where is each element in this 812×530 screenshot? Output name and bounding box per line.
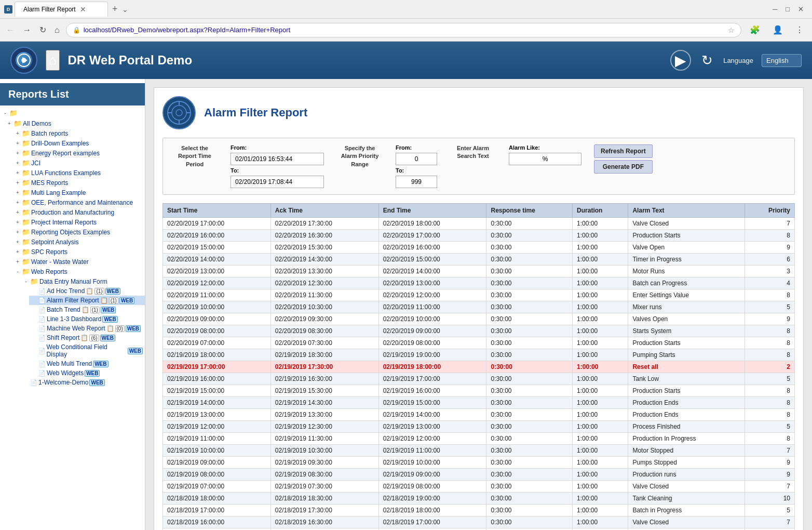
file-icon: 📄 [38,370,46,377]
app-home-button[interactable]: ⌂ [46,50,60,71]
sidebar-item-all-demos[interactable]: + 📁 All Demos [4,118,145,128]
browser-restore-icon[interactable]: □ [781,5,794,13]
table-row: 02/20/2019 09:00:0002/20/2019 09:30:0002… [163,313,795,325]
expand-icon: + [15,140,21,146]
pdf-icon: 📋 [100,297,108,304]
sidebar-item-web-conditional[interactable]: 📄 Web Conditional Field Display WEB [29,342,145,359]
sidebar-item-jci[interactable]: + 📁 JCI [12,158,145,168]
from-date-input[interactable] [231,153,324,165]
sidebar-item-web-widgets[interactable]: 📄 Web Widgets WEB [29,368,145,378]
table-row: 02/19/2019 11:00:0002/19/2019 11:30:0002… [163,433,795,445]
sidebar-item-machine-web[interactable]: 📄 Machine Web Report 📋 (0) WEB [29,324,145,333]
sidebar-item-drill[interactable]: + 📁 Drill-Down Examples [12,138,145,148]
language-select[interactable]: English [762,54,802,67]
sidebar-item-root[interactable]: - 📁 [0,108,145,118]
browser-tab-favicon: D [4,5,12,14]
address-bar-star-icon[interactable]: ☆ [728,26,735,34]
sidebar-item-label: SPC Reports [31,248,67,256]
address-bar[interactable]: 🔒 localhost/DRweb_Demo/webreport.aspx?Re… [66,23,741,37]
data-cell: 02/18/2019 15:00:00 [163,528,271,531]
sidebar-item-oee[interactable]: + 📁 OEE, Performance and Maintenance [12,197,145,207]
sidebar-item-water[interactable]: + 📁 Water - Waste Water [12,257,145,267]
alarm-search-group: Alarm Like: [509,144,581,165]
priority-to-input[interactable] [396,176,437,188]
data-cell: 02/19/2019 15:00:00 [378,397,486,409]
data-cell: 02/20/2019 15:00:00 [163,242,271,254]
sidebar-item-welcome[interactable]: 📄 1-Welcome-Demo WEB [21,378,145,387]
alarm-text-cell: Valve Closed [628,481,745,493]
priority-from-input[interactable] [396,153,437,165]
table-row: 02/20/2019 12:00:0002/20/2019 12:30:0002… [163,277,795,289]
table-row: 02/20/2019 14:00:0002/20/2019 14:30:0002… [163,254,795,266]
sidebar-item-batch[interactable]: + 📁 Batch reports [12,128,145,138]
refresh-report-button[interactable]: Refresh Report [594,144,653,158]
sidebar-item-multilang[interactable]: + 📁 Multi Lang Example [12,188,145,197]
sidebar-item-adhoc[interactable]: 📄 Ad Hoc Trend 📋 (1) WEB [29,286,145,296]
browser-tab[interactable]: Alarm Filter Report ✕ [15,2,108,17]
sidebar-item-spc[interactable]: + 📁 SPC Reports [12,247,145,257]
file-icon: 📄 [38,348,46,354]
generate-pdf-button[interactable]: Generate PDF [594,160,653,174]
sidebar-item-batch-trend[interactable]: 📄 Batch Trend 📋 (1) WEB [29,305,145,314]
data-cell: 02/20/2019 07:00:00 [163,337,271,349]
sidebar-item-data-entry[interactable]: - 📁 Data Entry Manual Form [21,276,145,286]
web-badge: WEB [101,307,116,313]
browser-tab-menu-icon[interactable]: ⌄ [122,5,128,14]
sidebar-item-shift-report[interactable]: 📄 Shift Report 📋 (6) WEB [29,333,145,342]
sidebar-item-energy[interactable]: + 📁 Energy Report examples [12,148,145,158]
sidebar-item-lua[interactable]: + 📁 LUA Functions Examples [12,168,145,178]
table-row: 02/20/2019 16:00:0002/20/2019 16:30:0002… [163,230,795,242]
priority-cell: 8 [745,325,795,337]
sidebar-item-web-multi-trend[interactable]: 📄 Web Multi Trend WEB [29,359,145,368]
file-icon: 📄 [38,316,46,323]
alarm-text-cell: Batch can Progress [628,277,745,289]
browser-close-icon[interactable]: ✕ [794,5,808,13]
expand-icon: + [15,239,21,245]
alarm-text-cell: Timer in Progress [628,254,745,266]
expand-icon: - [23,279,29,284]
data-cell: 0:30:00 [486,469,573,481]
alarm-text-cell: Production Starts [628,230,745,242]
browser-minimize-icon[interactable]: ─ [768,5,781,13]
sidebar-item-alarm-filter[interactable]: 📄 Alarm Filter Report 📋 (1) WEB [29,296,145,305]
data-cell: 02/19/2019 10:00:00 [163,445,271,457]
folder-icon: 📁 [22,129,30,137]
col-ack-time: Ack Time [270,204,378,218]
browser-settings-icon[interactable]: ⋮ [791,23,808,37]
data-cell: 02/19/2019 15:00:00 [163,385,271,397]
sidebar-item-line-dashboard[interactable]: 📄 Line 1-3 Dashboard WEB [29,314,145,324]
browser-extensions-icon[interactable]: 🧩 [746,23,764,37]
browser-forward-button[interactable]: → [21,23,33,37]
sidebar-item-project[interactable]: + 📁 Project Internal Reports [12,217,145,227]
alarm-text-cell: Mixer runs [628,301,745,313]
browser-back-button[interactable]: ← [4,23,17,37]
sidebar-item-label: OEE, Performance and Maintenance [31,199,133,206]
sidebar-item-label: Alarm Filter Report [47,297,99,304]
sidebar-item-setpoint[interactable]: + 📁 Setpoint Analysis [12,237,145,247]
browser-tab-close-icon[interactable]: ✕ [80,5,86,14]
data-cell: 02/20/2019 12:30:00 [270,277,378,289]
browser-reload-button[interactable]: ↻ [37,23,48,37]
app-refresh-button[interactable]: ↻ [699,50,715,71]
data-cell: 02/18/2019 17:00:00 [163,505,271,516]
data-cell: 1:00:00 [573,337,628,349]
alarm-text-cell: Valves Open [628,313,745,325]
table-row: 02/20/2019 17:00:0002/20/2019 17:30:0002… [163,218,795,230]
browser-profile-icon[interactable]: 👤 [768,23,787,37]
alarm-like-input[interactable] [509,153,581,165]
sidebar-item-label: Data Entry Manual Form [39,278,107,285]
browser-home-button[interactable]: ⌂ [52,23,62,37]
alarm-text-cell: Production In Progress [628,433,745,445]
sidebar-item-mes[interactable]: + 📁 MES Reports [12,178,145,188]
from-date-row: From: [231,144,324,151]
data-cell: 02/20/2019 09:00:00 [163,313,271,325]
sidebar-item-reporting[interactable]: + 📁 Reporting Objects Examples [12,227,145,237]
sidebar-item-web-reports[interactable]: - 📁 Web Reports [12,267,145,276]
date-range-group: From: To: [231,144,324,188]
browser-new-tab-button[interactable]: + [108,4,122,15]
to-date-input[interactable] [231,176,324,188]
priority-label: Specify theAlarm PriorityRange [341,144,379,168]
data-cell: 1:00:00 [573,313,628,325]
sidebar-item-production[interactable]: + 📁 Production and Manufacturing [12,207,145,217]
app-play-button[interactable]: ▶ [670,50,691,71]
